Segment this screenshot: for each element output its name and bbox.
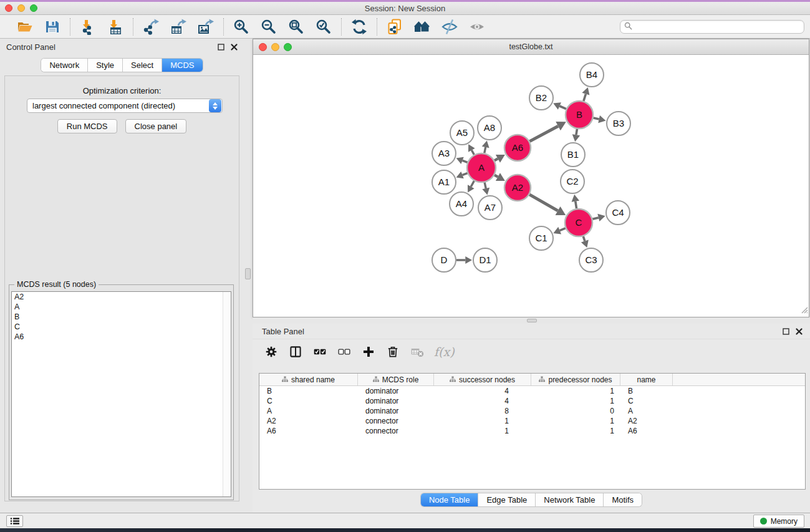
graph-edge-A-A3[interactable] [456,157,468,164]
tab-network-table[interactable]: Network Table [536,493,604,506]
show-all-icon[interactable] [468,18,486,36]
export-image-icon[interactable] [197,18,215,36]
graph-edge-D-D1[interactable] [456,256,472,264]
open-file-icon[interactable] [16,18,34,36]
float-table-panel-icon[interactable] [783,328,789,335]
refresh-layout-icon[interactable] [350,18,368,36]
optimization-criterion-select[interactable]: largest connected component (directed) [27,99,223,113]
tab-network[interactable]: Network [41,59,88,72]
graph-node-A1[interactable]: A1 [432,170,456,194]
horizontal-splitter[interactable] [253,317,810,324]
tab-node-table[interactable]: Node Table [421,493,479,506]
mcds-result-item[interactable]: A [12,302,231,312]
graph-edge-A-A8[interactable] [482,141,489,153]
graph-node-A3[interactable]: A3 [432,142,456,165]
zoom-in-icon[interactable] [233,18,250,36]
graph-node-B3[interactable]: B3 [607,112,630,135]
network-close-button[interactable] [259,43,267,51]
network-zoom-button[interactable] [284,43,292,51]
close-panel-button[interactable]: Close panel [125,119,187,133]
graph-edge-A6-B[interactable] [529,122,566,142]
add-column-icon[interactable] [361,344,376,359]
table-row-b[interactable]: Bdominator41B [259,386,805,396]
graph-node-A7[interactable]: A7 [478,196,502,220]
table-row-a6[interactable]: A6connector11A6 [259,426,805,436]
graph-edge-A-A6[interactable] [494,155,505,163]
import-table-icon[interactable] [107,18,124,36]
graph-edge-A2-C[interactable] [529,195,566,215]
close-table-panel-icon[interactable] [796,328,803,335]
export-table-icon[interactable] [170,18,187,36]
table-row-a[interactable]: Adominator80A [259,406,805,416]
graph-edge-A-A4[interactable] [468,181,475,193]
graph-node-C1[interactable]: C1 [529,226,553,250]
graph-edge-B-B1[interactable] [572,129,580,142]
duplicate-network-icon[interactable] [386,18,403,36]
graph-node-A[interactable]: A [467,153,496,182]
tab-motifs[interactable]: Motifs [604,493,642,506]
select-all-columns-icon[interactable] [312,344,327,359]
graph-edge-A-A7[interactable] [482,182,489,195]
column-header-predecessor-nodes[interactable]: predecessor nodes [531,374,620,385]
graph-node-D[interactable]: D [432,248,456,272]
graph-node-C2[interactable]: C2 [561,170,584,193]
graph-edge-A-A5[interactable] [468,144,475,155]
split-columns-icon[interactable] [288,344,303,359]
graph-node-C[interactable]: C [565,209,592,236]
gear-icon[interactable] [264,344,279,359]
column-header-shared-name[interactable]: shared name [259,374,358,385]
run-mcds-button[interactable]: Run MCDS [57,119,117,133]
graph-node-B1[interactable]: B1 [561,143,585,167]
table-row-c[interactable]: Cdominator41C [259,396,805,406]
task-history-button[interactable] [6,515,23,527]
graph-node-D1[interactable]: D1 [473,248,497,272]
graph-edge-C-C3[interactable] [581,236,589,248]
tab-mcds[interactable]: MCDS [162,59,202,72]
vertical-splitter-handle[interactable] [245,268,251,279]
graph-edge-B-B2[interactable] [553,102,566,110]
float-panel-icon[interactable] [218,44,224,51]
zoom-out-icon[interactable] [260,18,277,36]
graph-edge-B-B3[interactable] [593,115,605,123]
home-view-icon[interactable] [413,18,431,36]
graph-node-B2[interactable]: B2 [529,86,553,110]
close-panel-icon[interactable] [231,44,238,51]
graph-node-B[interactable]: B [566,101,593,128]
graph-edge-B-B4[interactable] [582,87,589,101]
mcds-result-item[interactable]: B [12,312,231,322]
graph-node-C4[interactable]: C4 [606,201,630,225]
hide-selected-icon[interactable] [441,18,458,36]
graph-edge-A-A1[interactable] [456,172,468,178]
search-field[interactable] [620,20,804,34]
network-minimize-button[interactable] [271,43,279,51]
result-list-scrollbar[interactable] [223,292,231,496]
horizontal-splitter-handle[interactable] [527,319,537,322]
tab-select[interactable]: Select [123,59,162,72]
column-header-successor-nodes[interactable]: successor nodes [434,374,531,385]
graph-edge-A-A2[interactable] [494,173,505,181]
graph-node-A5[interactable]: A5 [450,121,474,145]
column-header-mcds-role[interactable]: MCDS role [358,374,434,385]
export-network-icon[interactable] [142,18,160,36]
graph-node-A8[interactable]: A8 [478,116,501,140]
search-input[interactable] [635,21,804,32]
graph-node-B4[interactable]: B4 [580,63,604,87]
deselect-all-columns-icon[interactable] [337,344,352,359]
graph-edge-C-C2[interactable] [572,195,579,208]
mcds-result-item[interactable]: A6 [12,332,231,342]
mcds-result-item[interactable]: A2 [12,292,231,302]
delete-column-icon[interactable] [385,344,400,359]
tab-style[interactable]: Style [88,59,123,72]
table-row-a2[interactable]: A2connector11A2 [259,416,805,426]
save-session-icon[interactable] [44,18,61,36]
zoom-fit-icon[interactable] [287,18,305,36]
graph-node-A6[interactable]: A6 [504,135,531,161]
memory-button[interactable]: Memory [753,515,804,528]
tab-edge-table[interactable]: Edge Table [478,493,536,506]
mcds-result-item[interactable]: C [12,322,231,332]
network-canvas[interactable]: B4B2BB3A5A8A6A3AB1A1C2A2A4A7C4CC1C3DD1 [253,55,809,317]
graph-node-A4[interactable]: A4 [450,192,473,216]
resize-grip-icon[interactable] [800,305,808,316]
column-header-name[interactable]: name [620,374,673,385]
graph-edge-C-C4[interactable] [592,214,605,221]
